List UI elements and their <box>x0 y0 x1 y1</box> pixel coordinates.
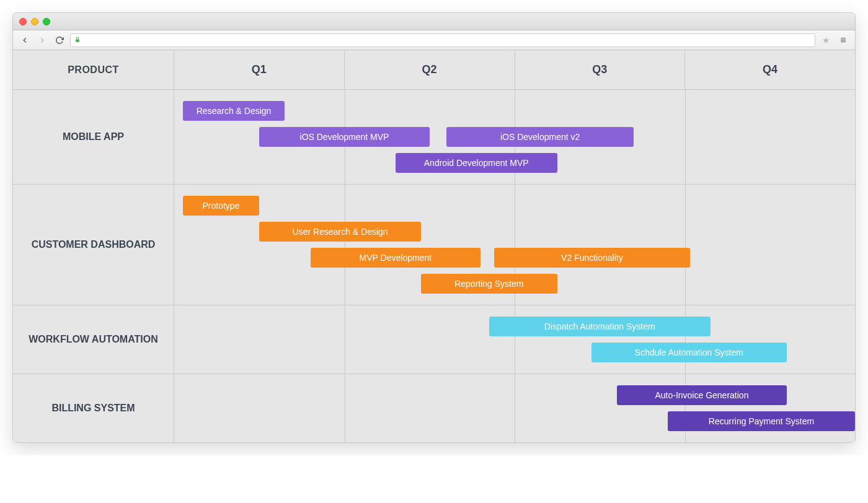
task-bar-label: MVP Development <box>360 253 432 263</box>
timeline-area: Auto-Invoice GenerationRecurring Payment… <box>174 374 855 442</box>
quarter-header-q4: Q4 <box>685 50 855 89</box>
quarter-gridline <box>345 305 345 374</box>
product-column-header: PRODUCT <box>13 50 174 89</box>
quarter-gridline <box>685 305 686 374</box>
task-row: Dispatch Automation System <box>174 317 855 336</box>
url-bar[interactable] <box>70 33 815 47</box>
task-bar[interactable]: Research & Design <box>183 101 285 121</box>
browser-window: ★ ≡ PRODUCT Q1 Q2 Q3 Q4 MOBILE APPResear… <box>12 12 856 443</box>
task-bar[interactable]: Auto-Invoice Generation <box>617 385 787 405</box>
swimlane-customer-dashboard: CUSTOMER DASHBOARDPrototypeUser Research… <box>13 185 855 305</box>
task-row: Research & Design <box>174 101 855 121</box>
quarter-gridline <box>685 374 686 442</box>
swimlane-billing-system: BILLING SYSTEMAuto-Invoice GenerationRec… <box>13 374 855 442</box>
window-titlebar <box>13 13 855 30</box>
task-bar-label: Dispatch Automation System <box>544 321 655 331</box>
task-bar-label: Auto-Invoice Generation <box>655 390 748 400</box>
task-bar[interactable]: iOS Development MVP <box>259 127 430 147</box>
task-row: Schdule Automation System <box>174 343 855 362</box>
product-label-customer-dashboard: CUSTOMER DASHBOARD <box>13 185 174 305</box>
reload-button[interactable] <box>53 33 66 47</box>
task-bar[interactable]: Reporting System <box>421 274 557 294</box>
task-bar-label: Reporting System <box>454 279 523 289</box>
quarter-header-q1: Q1 <box>174 50 345 89</box>
task-row: Recurring Payment System <box>174 411 855 431</box>
quarter-gridline <box>345 374 345 442</box>
task-bar-label: Schdule Automation System <box>635 348 743 357</box>
task-row: Reporting System <box>174 274 855 294</box>
task-row: User Research & Design <box>174 222 855 242</box>
svg-rect-0 <box>76 39 79 42</box>
lock-icon <box>74 37 81 44</box>
task-row: Auto-Invoice Generation <box>174 385 855 405</box>
task-bar-label: Research & Design <box>197 106 272 116</box>
quarter-gridline <box>515 305 515 374</box>
roadmap-grid: PRODUCT Q1 Q2 Q3 Q4 MOBILE APPResearch &… <box>13 50 855 442</box>
product-label-billing-system: BILLING SYSTEM <box>13 374 174 442</box>
quarter-gridline <box>515 374 515 442</box>
task-bar[interactable]: Prototype <box>183 196 260 216</box>
task-bar[interactable]: Android Development MVP <box>396 153 557 173</box>
task-bar[interactable]: Dispatch Automation System <box>489 317 711 336</box>
timeline-area: Research & DesigniOS Development MVPiOS … <box>174 90 855 184</box>
swimlane-mobile-app: MOBILE APPResearch & DesigniOS Developme… <box>13 90 855 185</box>
swimlane-workflow-automation: WORKFLOW AUTOMATIONDispatch Automation S… <box>13 305 855 374</box>
task-row: iOS Development MVPiOS Development v2 <box>174 127 855 147</box>
task-bar-label: iOS Development MVP <box>300 132 389 142</box>
task-bar[interactable]: Schdule Automation System <box>591 343 787 362</box>
forward-button[interactable] <box>35 33 49 47</box>
task-bar-label: V2 Functionality <box>561 253 623 263</box>
close-window-icon[interactable] <box>19 18 27 25</box>
task-row: MVP DevelopmentV2 Functionality <box>174 248 855 268</box>
timeline-area: PrototypeUser Research & DesignMVP Devel… <box>174 185 855 305</box>
browser-toolbar: ★ ≡ <box>13 30 855 50</box>
task-bar[interactable]: User Research & Design <box>259 222 421 242</box>
task-bar-label: Prototype <box>203 201 240 211</box>
quarter-header-q3: Q3 <box>515 50 686 89</box>
task-bar[interactable]: iOS Development v2 <box>446 127 634 147</box>
product-label-workflow-automation: WORKFLOW AUTOMATION <box>13 305 174 374</box>
task-bar[interactable]: Recurring Payment System <box>668 411 855 431</box>
bookmark-star-icon[interactable]: ★ <box>819 35 833 45</box>
hamburger-menu-icon[interactable]: ≡ <box>836 35 850 46</box>
timeline-area: Dispatch Automation SystemSchdule Automa… <box>174 305 855 374</box>
task-bar-label: Android Development MVP <box>424 158 529 168</box>
task-row: Android Development MVP <box>174 153 855 173</box>
quarter-header-q2: Q2 <box>345 50 515 89</box>
task-bar-label: Recurring Payment System <box>709 416 814 426</box>
task-bar[interactable]: MVP Development <box>311 248 481 268</box>
task-bar-label: User Research & Design <box>293 227 388 237</box>
header-row: PRODUCT Q1 Q2 Q3 Q4 <box>13 50 855 90</box>
minimize-window-icon[interactable] <box>31 18 38 25</box>
back-button[interactable] <box>18 33 32 47</box>
task-row: Prototype <box>174 196 855 216</box>
product-label-mobile-app: MOBILE APP <box>13 90 174 184</box>
maximize-window-icon[interactable] <box>43 18 50 25</box>
task-bar[interactable]: V2 Functionality <box>494 248 690 268</box>
task-bar-label: iOS Development v2 <box>500 132 580 142</box>
